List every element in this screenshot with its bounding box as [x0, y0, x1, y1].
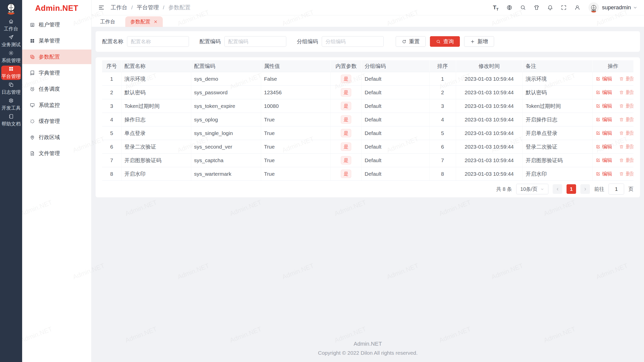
tab-1[interactable]: 参数配置	[125, 16, 163, 27]
prev-page-button[interactable]	[553, 184, 562, 194]
cell-value: True	[261, 167, 331, 181]
filter-input-2[interactable]	[322, 36, 384, 47]
cell-code: sys_single_login	[191, 126, 261, 140]
delete-button[interactable]: 删除	[619, 143, 633, 150]
page-size-select[interactable]: 10条/页	[516, 184, 548, 194]
breadcrumb-item[interactable]: 工作台	[111, 4, 127, 11]
sidebar-item-tenant[interactable]: 租户管理	[22, 17, 91, 32]
menu-fold-icon[interactable]	[98, 4, 105, 11]
language-tool[interactable]	[506, 4, 513, 11]
sidebar-item-label: 租户管理	[39, 21, 60, 28]
column-header: 属性值	[261, 60, 331, 72]
search-button[interactable]: 查询	[430, 36, 460, 47]
table-row: 4 操作日志 sys_oplog True 是 Default 4 2023-0…	[102, 113, 633, 126]
edit-button[interactable]: 编辑	[596, 75, 612, 82]
current-page-button[interactable]: 1	[567, 184, 576, 194]
location-icon	[30, 135, 35, 140]
search-tool[interactable]	[519, 4, 526, 11]
page-unit-label: 页	[628, 186, 633, 193]
delete-button[interactable]: 删除	[619, 89, 633, 96]
builtin-tag: 是	[341, 88, 351, 97]
cell-group: Default	[361, 154, 429, 167]
cell-remark: Token过期时间	[522, 99, 592, 113]
breadcrumb-separator: /	[163, 5, 165, 11]
gear-icon	[8, 50, 14, 56]
sidebar-item-monitor[interactable]: 系统监控	[22, 98, 91, 112]
edit-button[interactable]: 编辑	[596, 143, 612, 150]
table-row: 2 默认密码 sys_password 123456 是 Default 2 2…	[102, 86, 633, 99]
profile-tool[interactable]	[574, 4, 581, 11]
cell-value: True	[261, 140, 331, 154]
goto-page-input[interactable]	[609, 184, 624, 195]
fullscreen-tool[interactable]	[560, 4, 567, 11]
cell-builtin: 是	[331, 167, 361, 181]
rail-item-system-manage[interactable]: 系统管理	[1, 50, 21, 64]
edit-button[interactable]: 编辑	[596, 103, 612, 109]
footer-copyright: Copyright © 2022 Dilon All rights reserv…	[96, 350, 640, 356]
delete-button[interactable]: 删除	[619, 116, 633, 123]
cell-seq: 1	[102, 72, 121, 86]
cell-code: sys_password	[191, 86, 261, 99]
next-page-button[interactable]	[580, 184, 590, 194]
edit-button[interactable]: 编辑	[596, 89, 612, 96]
column-header: 内置参数	[331, 60, 361, 72]
breadcrumb-separator: /	[131, 5, 133, 11]
table-row: 1 演示环境 sys_demo False 是 Default 1 2023-0…	[102, 72, 633, 86]
cell-time: 2023-01-03 10:59:44	[456, 167, 522, 181]
copy-doc-icon	[30, 54, 35, 60]
sidebar-item-menu[interactable]: 菜单管理	[22, 33, 91, 48]
rail-item-log-manage[interactable]: 日志管理	[1, 81, 21, 96]
filter-input-1[interactable]	[224, 36, 286, 47]
module-rail: 工作台 业务测试 系统管理 平台管理 日志管理 开发工具 帮助文档	[0, 0, 22, 362]
sidebar-item-label: 参数配置	[39, 53, 60, 60]
edit-button[interactable]: 编辑	[596, 170, 612, 177]
rail-item-workbench[interactable]: 工作台	[1, 18, 21, 32]
sidebar-item-task[interactable]: 任务调度	[22, 82, 91, 96]
sidebar-item-label: 缓存管理	[39, 118, 60, 125]
sidebar-item-label: 菜单管理	[39, 37, 60, 44]
sidebar-item-cache[interactable]: 缓存管理	[22, 114, 91, 128]
delete-button[interactable]: 删除	[619, 103, 633, 109]
edit-button[interactable]: 编辑	[596, 157, 612, 164]
delete-icon	[619, 76, 624, 81]
rail-item-business-test[interactable]: 业务测试	[1, 34, 21, 48]
edit-icon	[596, 117, 600, 122]
edit-button[interactable]: 编辑	[596, 116, 612, 123]
sidebar-item-param-config[interactable]: 参数配置	[22, 50, 91, 64]
cell-actions: 编辑 删除	[592, 72, 633, 86]
sidebar-item-file[interactable]: 文件管理	[22, 146, 91, 161]
font-size-tool[interactable]: TT	[492, 4, 499, 11]
chevron-down-icon	[633, 5, 637, 10]
cell-value: False	[261, 72, 331, 86]
cell-seq: 7	[102, 154, 121, 167]
rail-item-dev-tools[interactable]: 开发工具	[1, 97, 21, 112]
breadcrumb: 工作台/平台管理/参数配置	[111, 4, 190, 11]
rail-item-platform-manage[interactable]: 平台管理	[1, 66, 21, 80]
breadcrumb-item[interactable]: 平台管理	[137, 4, 159, 11]
monitor-icon	[30, 103, 35, 108]
builtin-tag: 是	[341, 115, 351, 124]
cell-builtin: 是	[331, 126, 361, 140]
delete-button[interactable]: 删除	[619, 170, 633, 177]
add-button[interactable]: 新增	[464, 36, 494, 47]
username: superadmin	[602, 4, 631, 11]
edit-icon	[596, 158, 600, 163]
filter-input-0[interactable]	[127, 36, 189, 47]
rail-item-help-docs[interactable]: 帮助文档	[1, 113, 21, 127]
reset-button[interactable]: 重置	[396, 36, 426, 47]
close-icon[interactable]	[153, 20, 158, 24]
tab-0[interactable]: 工作台	[99, 16, 116, 27]
delete-button[interactable]: 删除	[619, 130, 633, 137]
delete-button[interactable]: 删除	[619, 75, 633, 82]
edit-button[interactable]: 编辑	[596, 130, 612, 137]
notification-tool[interactable]	[547, 4, 553, 11]
cell-value: 123456	[261, 86, 331, 99]
sidebar-item-region[interactable]: 行政区域	[22, 130, 91, 145]
sidebar-item-dict[interactable]: 字典管理	[22, 66, 91, 80]
edit-icon	[596, 144, 600, 149]
user-menu[interactable]: superadmin	[588, 2, 637, 13]
theme-tool[interactable]	[533, 4, 540, 11]
delete-icon	[619, 131, 624, 135]
delete-button[interactable]: 删除	[619, 157, 633, 164]
reset-button-label: 重置	[409, 38, 420, 45]
